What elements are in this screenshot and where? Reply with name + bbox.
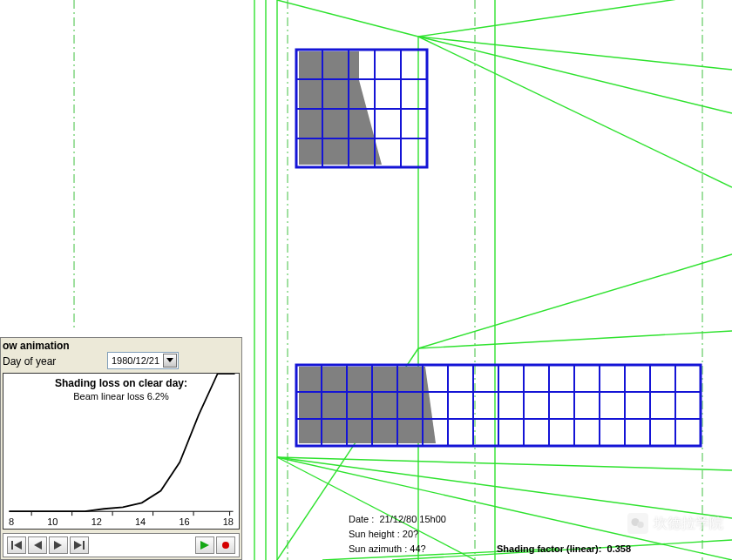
status-date: Date : 21/12/80 15h00 [349, 514, 446, 524]
pv-array-upper [296, 50, 427, 167]
player-toolbar [3, 533, 240, 557]
step-forward-button[interactable] [49, 536, 68, 554]
shading-loss-chart: Shading loss on clear day: Beam linear l… [3, 373, 240, 530]
day-of-year-label: Day of year [3, 355, 56, 368]
svg-point-69 [637, 522, 644, 529]
svg-line-15 [418, 254, 732, 348]
step-back-button[interactable] [28, 536, 47, 554]
chevron-down-icon[interactable] [163, 354, 177, 368]
svg-line-14 [418, 331, 732, 348]
svg-marker-33 [299, 367, 436, 443]
svg-rect-65 [83, 541, 85, 550]
chart-x-ticks: 8 10 12 14 16 18 [3, 516, 239, 527]
pv-array-lower [296, 365, 701, 446]
svg-line-11 [418, 37, 732, 187]
fast-forward-button[interactable] [70, 536, 89, 554]
svg-line-16 [277, 457, 732, 470]
play-button[interactable] [195, 536, 214, 554]
wechat-icon [627, 513, 648, 534]
watermark: 坎德拉学院 [627, 513, 723, 534]
status-sun-height: Sun height : 20? [349, 529, 418, 539]
animation-panel: ow animation Day of year 1980/12/21 Shad… [0, 337, 242, 560]
watermark-text: 坎德拉学院 [654, 515, 723, 533]
day-of-year-dropdown[interactable]: 1980/12/21 [107, 352, 179, 369]
svg-line-9 [418, 37, 732, 70]
dropdown-value: 1980/12/21 [112, 355, 159, 366]
svg-line-8 [418, 0, 732, 37]
svg-marker-64 [74, 541, 82, 550]
svg-line-7 [277, 0, 418, 37]
svg-marker-52 [166, 358, 173, 362]
status-shading-factor: Shading factor (linear): 0.358 [497, 543, 631, 554]
svg-marker-63 [54, 541, 62, 550]
svg-marker-61 [14, 541, 22, 550]
panel-title: ow animation [3, 340, 70, 352]
svg-line-10 [418, 37, 732, 113]
record-button[interactable] [216, 536, 235, 554]
rewind-button[interactable] [7, 536, 26, 554]
chart-curve [3, 374, 239, 529]
svg-point-67 [222, 542, 229, 549]
svg-marker-62 [34, 541, 42, 550]
svg-marker-66 [200, 541, 209, 550]
status-sun-azimuth: Sun azimuth : 44? [349, 543, 426, 554]
svg-rect-60 [11, 541, 13, 550]
